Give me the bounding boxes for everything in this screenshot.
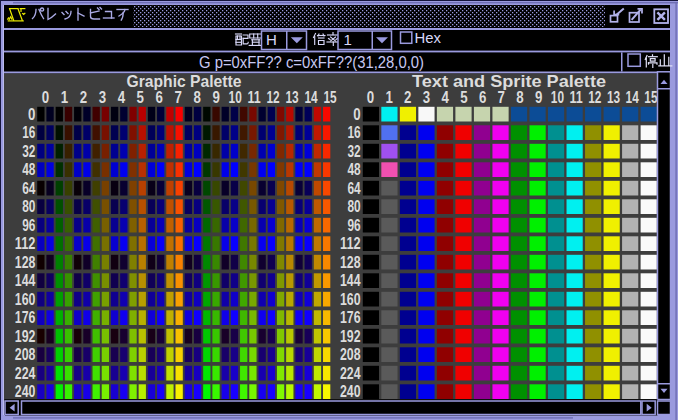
svg-text:240: 240 xyxy=(15,382,36,401)
svg-text:4: 4 xyxy=(118,88,126,107)
svg-text:0: 0 xyxy=(367,88,374,107)
svg-text:4: 4 xyxy=(442,88,450,107)
svg-text:48: 48 xyxy=(347,160,360,179)
svg-text:240: 240 xyxy=(340,382,361,401)
svg-text:80: 80 xyxy=(347,197,360,216)
svg-text:H: H xyxy=(266,31,277,48)
svg-text:7: 7 xyxy=(498,88,505,107)
svg-text:0: 0 xyxy=(42,88,49,107)
svg-text:10: 10 xyxy=(551,88,564,107)
svg-text:13: 13 xyxy=(607,88,620,107)
svg-text:6: 6 xyxy=(156,88,163,107)
svg-text:2: 2 xyxy=(80,88,87,107)
svg-text:112: 112 xyxy=(15,234,36,253)
svg-text:64: 64 xyxy=(347,179,361,198)
svg-text:144: 144 xyxy=(340,271,361,290)
svg-text:5: 5 xyxy=(137,88,144,107)
svg-text:15: 15 xyxy=(323,88,336,107)
svg-text:144: 144 xyxy=(15,271,36,290)
svg-text:14: 14 xyxy=(305,88,319,107)
svg-text:96: 96 xyxy=(22,216,35,235)
svg-text:16: 16 xyxy=(22,123,35,142)
svg-text:192: 192 xyxy=(15,327,36,346)
svg-text:112: 112 xyxy=(340,234,361,253)
svg-text:64: 64 xyxy=(22,179,36,198)
svg-text:208: 208 xyxy=(340,345,361,364)
svg-text:2: 2 xyxy=(404,88,411,107)
svg-text:224: 224 xyxy=(340,364,361,383)
svg-text:0: 0 xyxy=(353,105,360,124)
svg-text:176: 176 xyxy=(15,308,36,327)
svg-text:48: 48 xyxy=(22,160,35,179)
svg-text:5: 5 xyxy=(460,88,467,107)
svg-text:12: 12 xyxy=(588,88,601,107)
svg-text:Hex: Hex xyxy=(415,30,442,46)
svg-text:0: 0 xyxy=(28,105,35,124)
svg-text:3: 3 xyxy=(423,88,430,107)
svg-text:1: 1 xyxy=(61,88,68,107)
svg-text:16: 16 xyxy=(347,123,360,142)
svg-text:3: 3 xyxy=(99,88,106,107)
svg-text:128: 128 xyxy=(15,253,36,272)
svg-text:96: 96 xyxy=(347,216,360,235)
svg-text:10: 10 xyxy=(229,88,242,107)
svg-text:224: 224 xyxy=(15,364,36,383)
svg-text:128: 128 xyxy=(340,253,361,272)
svg-text:6: 6 xyxy=(479,88,486,107)
svg-text:14: 14 xyxy=(626,88,640,107)
svg-text:8: 8 xyxy=(194,88,201,107)
svg-text:1: 1 xyxy=(385,88,392,107)
svg-text:208: 208 xyxy=(15,345,36,364)
svg-text:13: 13 xyxy=(286,88,299,107)
svg-text:160: 160 xyxy=(340,290,361,309)
svg-text:12: 12 xyxy=(267,88,280,107)
svg-text:8: 8 xyxy=(516,88,523,107)
svg-text:11: 11 xyxy=(248,88,261,107)
svg-text:15: 15 xyxy=(644,88,657,107)
svg-text:192: 192 xyxy=(340,327,361,346)
svg-text:1: 1 xyxy=(344,31,352,48)
svg-text:11: 11 xyxy=(570,88,583,107)
svg-text:9: 9 xyxy=(535,88,542,107)
svg-text:160: 160 xyxy=(15,290,36,309)
svg-text:32: 32 xyxy=(22,142,35,161)
svg-text:32: 32 xyxy=(347,142,360,161)
svg-text:7: 7 xyxy=(175,88,182,107)
svg-text:G p=0xFF?? c=0xFF??(31,28,0,0): G p=0xFF?? c=0xFF??(31,28,0,0) xyxy=(199,54,424,71)
svg-text:9: 9 xyxy=(213,88,220,107)
svg-text:176: 176 xyxy=(340,308,361,327)
svg-text:80: 80 xyxy=(22,197,35,216)
